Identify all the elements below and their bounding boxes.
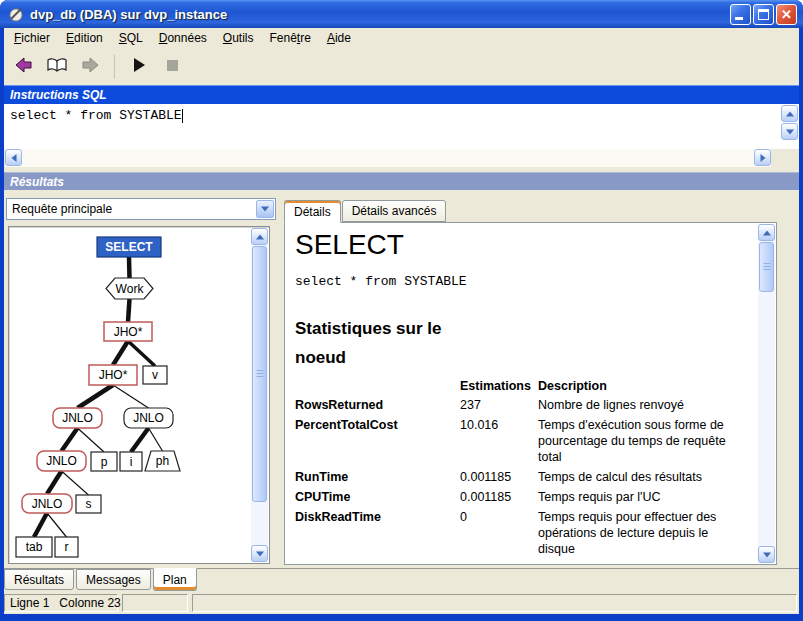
maximize-icon [758,9,769,20]
plan-edge [47,513,67,537]
tab-detailsavances[interactable]: Détails avancés [342,200,447,222]
scrollbar-thumb[interactable] [252,246,267,502]
stat-description: Temps requis par l'UC [538,487,750,507]
close-icon: ✕ [781,7,792,22]
chevron-left-icon [11,154,16,162]
scroll-left-button[interactable] [5,149,22,166]
back-arrow-button[interactable] [12,55,36,79]
menu-bar: FichierEditionSQLDonnéesOutilsFenêtreAid… [4,28,799,48]
plan-node-p[interactable]: p [91,452,117,471]
plan-node-v[interactable]: v [143,366,167,384]
plan-node-label: JHO* [114,325,143,339]
stat-description: Nombre de lignes renvoyé [538,395,750,415]
plan-node-label: v [152,368,158,382]
column-header: Estimations [460,377,538,395]
execute-play-button[interactable] [127,55,151,79]
menu-outils[interactable]: Outils [215,29,262,47]
sql-editor[interactable]: select * from SYSTABLE [4,104,799,149]
plan-tree-panel: SELECTWorkJHO*JHO*vJNLOJNLOJNLOpiphJNLOs… [8,226,270,564]
plan-node-jnlo[interactable]: JNLO [124,408,173,428]
plan-node-label: i [130,455,133,469]
open-book-icon [46,56,68,78]
scroll-up-button[interactable] [251,228,268,245]
plan-node-ph[interactable]: ph [145,451,180,471]
status-cell [192,594,797,612]
plan-node-i[interactable]: i [120,452,142,471]
menu-edition[interactable]: Edition [58,29,111,47]
stop-square-icon [164,57,180,77]
plan-node-jho[interactable]: JHO* [104,322,152,341]
plan-node-work[interactable]: Work [106,278,153,299]
plan-edge [62,428,78,451]
maximize-button[interactable] [753,4,774,25]
plan-edge [129,257,130,278]
forward-arrow-icon [80,56,100,78]
tree-vertical-scrollbar[interactable] [251,228,268,562]
plan-node-label: JNLO [46,454,77,468]
scroll-down-button[interactable] [758,546,775,563]
menu-donnees[interactable]: Données [151,29,215,47]
client-area: FichierEditionSQLDonnéesOutilsFenêtreAid… [4,28,799,614]
close-button[interactable]: ✕ [776,4,797,25]
chevron-up-icon [763,230,771,235]
tab-messages[interactable]: Messages [76,569,151,590]
open-book-button[interactable] [45,55,69,79]
plan-node-jnlo[interactable]: JNLO [37,451,86,471]
chevron-up-icon [786,111,794,116]
details-tab-bar: DétailsDétails avancés [284,200,446,222]
sql-horizontal-scrollbar[interactable] [5,149,771,167]
stat-name: DiskWriteTime [295,559,460,565]
plan-node-s[interactable]: s [76,495,101,513]
plan-node-select[interactable]: SELECT [97,237,161,257]
plan-tree-diagram: SELECTWorkJHO*JHO*vJNLOJNLOJNLOpiphJNLOs… [10,229,235,563]
scroll-right-button[interactable] [754,149,771,166]
menu-fichier[interactable]: Fichier [6,29,58,47]
stat-description: Temps requis pour effectuer des opératio… [538,559,750,565]
plan-edge [113,385,149,408]
combo-drop-button[interactable] [256,200,274,218]
plan-node-label: Work [116,282,145,296]
scrollbar-thumb[interactable] [759,242,774,292]
plan-edge [78,385,114,408]
tab-plan[interactable]: Plan [153,568,197,591]
scroll-up-button[interactable] [781,105,798,122]
plan-node-label: JHO* [99,368,128,382]
stat-name: RowsReturned [295,395,460,415]
plan-edge [78,428,105,452]
title-bar[interactable]: dvp_db (DBA) sur dvp_instance ✕ [0,0,803,28]
scroll-down-button[interactable] [781,123,798,140]
back-arrow-icon [14,56,34,78]
plan-node-jho[interactable]: JHO* [89,365,137,385]
results-pane-title: Résultats [10,175,64,189]
minimize-button[interactable] [730,4,751,25]
sql-pane-header: Instructions SQL [4,85,799,104]
plan-node-tab[interactable]: tab [16,537,52,557]
text-caret [182,109,183,123]
status-bar: Ligne 1 Colonne 23 [4,592,799,614]
stat-description: Temps d'exécution sous forme de pourcent… [538,415,750,467]
column-header [295,377,460,395]
query-selector[interactable]: Requête principale [6,198,276,220]
plan-node-label: JNLO [133,411,164,425]
menu-aide[interactable]: Aide [319,29,359,47]
plan-node-label: r [65,540,69,554]
scroll-up-button[interactable] [758,224,775,241]
menu-sql[interactable]: SQL [111,29,151,47]
plan-node-label: JNLO [62,411,93,425]
plan-node-jnlo[interactable]: JNLO [53,408,102,428]
scroll-down-button[interactable] [251,545,268,562]
plan-node-r[interactable]: r [55,537,78,557]
forward-arrow-button [78,55,102,79]
toolbar-separator [114,55,115,79]
tab-details[interactable]: Détails [284,200,341,223]
stop-square-button [160,55,184,79]
query-selector-value: Requête principale [12,202,112,216]
plan-node-label: JNLO [32,497,63,511]
sql-editor-vertical-scrollbar[interactable] [781,105,798,141]
plan-node-jnlo[interactable]: JNLO [22,494,72,513]
menu-fenetre[interactable]: Fenêtre [262,29,319,47]
chevron-right-icon [760,154,765,162]
tab-resultats[interactable]: Résultats [4,569,74,590]
stat-name: DiskReadTime [295,507,460,559]
details-vertical-scrollbar[interactable] [758,224,775,563]
